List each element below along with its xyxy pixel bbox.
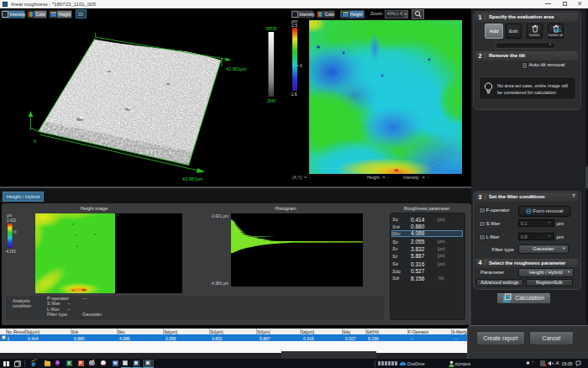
svg-text:0: 0 xyxy=(300,63,302,68)
svg-text:2.5: 2.5 xyxy=(291,23,297,28)
svg-text:-1.6: -1.6 xyxy=(290,92,297,97)
svg-text:0: 0 xyxy=(14,230,17,234)
svg-text:0: 0 xyxy=(34,139,36,144)
svg-text:65535: 65535 xyxy=(266,27,277,31)
svg-text:2540: 2540 xyxy=(267,99,276,103)
svg-text:42.901µm: 42.901µm xyxy=(226,66,247,71)
svg-text:43.957µm: 43.957µm xyxy=(182,176,203,181)
svg-text:2.421: 2.421 xyxy=(7,218,17,223)
svg-text:µm: µm xyxy=(7,213,13,218)
svg-text:-4.183: -4.183 xyxy=(5,250,16,254)
